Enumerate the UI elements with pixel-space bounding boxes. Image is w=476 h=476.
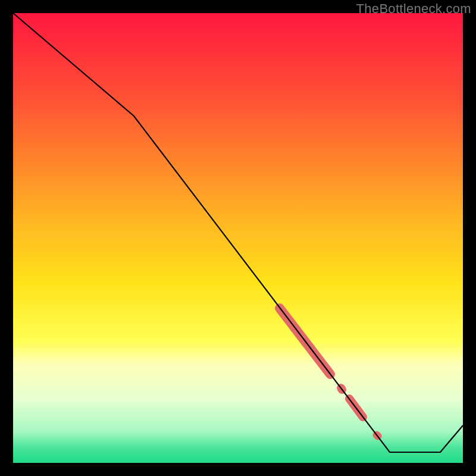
bottleneck-chart <box>0 0 476 476</box>
watermark-text: TheBottleneck.com <box>356 1 471 17</box>
plot-background <box>13 13 463 463</box>
chart-container: { "watermark": "TheBottleneck.com", "cha… <box>0 0 476 476</box>
